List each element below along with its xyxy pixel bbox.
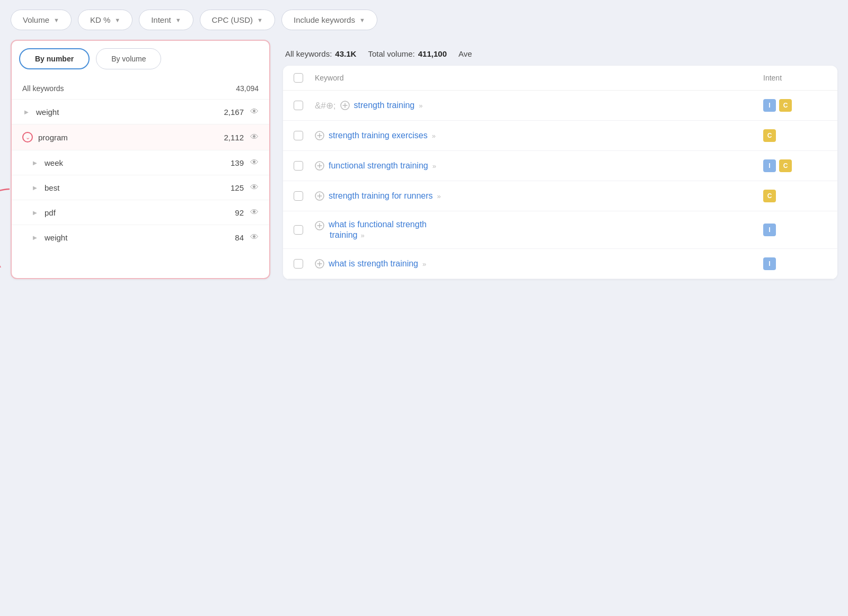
eye-icon[interactable]: 👁 xyxy=(250,233,259,242)
list-item: ► week 139 👁 xyxy=(12,150,269,175)
keyword-count: 92 xyxy=(235,208,244,217)
intent-filter-button[interactable]: Intent ▼ xyxy=(139,10,193,30)
add-keyword-icon[interactable] xyxy=(315,259,324,269)
all-keywords-label: All keywords xyxy=(22,84,64,93)
include-keywords-filter-button[interactable]: Include keywords ▼ xyxy=(281,10,377,30)
total-volume-value: 411,100 xyxy=(418,49,447,58)
expand-icon[interactable]: ► xyxy=(31,234,39,242)
keyword-chevron-icon: » xyxy=(432,162,436,170)
keyword-link[interactable]: strength training for runners xyxy=(329,191,433,201)
chevron-down-icon: ▼ xyxy=(175,17,181,23)
volume-filter-button[interactable]: Volume ▼ xyxy=(11,10,72,30)
table-row: strength training for runners » C xyxy=(283,181,837,211)
expand-icon[interactable]: ► xyxy=(22,108,31,116)
tab-switcher: By number By volume xyxy=(12,41,269,75)
all-keywords-row: All keywords 43,094 xyxy=(12,75,269,99)
keyword-label: weight xyxy=(45,233,67,242)
intent-badge-c: C xyxy=(779,99,792,112)
list-item: ► best 125 👁 xyxy=(12,175,269,200)
keyword-chevron-icon: » xyxy=(360,231,364,239)
list-item: ► weight 84 👁 xyxy=(12,225,269,249)
add-keyword-icon[interactable] xyxy=(340,101,350,110)
keyword-chevron-icon: » xyxy=(432,132,436,140)
keyword-chevron-icon: » xyxy=(422,260,426,268)
right-panel: All keywords: 43.1K Total volume: 411,10… xyxy=(270,40,837,279)
list-item: ► pdf 92 👁 xyxy=(12,200,269,225)
eye-icon[interactable]: 👁 xyxy=(250,208,259,217)
svg-marker-0 xyxy=(0,257,1,267)
kd-filter-label: KD % xyxy=(90,15,110,24)
keyword-count: 139 xyxy=(231,158,244,167)
row-checkbox[interactable] xyxy=(294,131,303,140)
intent-badges: C xyxy=(763,129,827,142)
add-keyword-icon[interactable] xyxy=(315,131,324,140)
keyword-link[interactable]: strength training exercises xyxy=(329,131,428,140)
add-keyword-icon[interactable]: &#⊕; xyxy=(315,100,336,111)
intent-badge-i: I xyxy=(763,99,776,112)
row-checkbox[interactable] xyxy=(294,191,303,201)
intent-badges: I xyxy=(763,224,827,236)
keywords-table: Keyword Intent &#⊕; strength training » xyxy=(283,66,837,279)
ave-label: Ave xyxy=(458,49,472,58)
add-keyword-icon[interactable] xyxy=(315,191,324,201)
keyword-link[interactable]: strength training xyxy=(354,101,415,110)
all-keywords-summary-value: 43.1K xyxy=(335,49,356,58)
intent-column-header: Intent xyxy=(763,74,827,82)
table-row: what is strength training » I xyxy=(283,249,837,279)
collapse-icon[interactable]: ⌄ xyxy=(22,132,33,142)
expand-icon[interactable]: ► xyxy=(31,159,39,167)
intent-badges: C xyxy=(763,190,827,202)
keyword-link[interactable]: what is functional strength xyxy=(329,220,427,229)
chevron-down-icon: ▼ xyxy=(54,17,59,23)
list-item: ► weight 2,167 👁 xyxy=(12,99,269,124)
keyword-count: 84 xyxy=(235,233,244,242)
keyword-link-cont[interactable]: training xyxy=(330,230,357,240)
table-header: Keyword Intent xyxy=(283,66,837,91)
eye-icon[interactable]: 👁 xyxy=(250,107,259,117)
add-keyword-icon[interactable] xyxy=(315,221,324,230)
keyword-chevron-icon: » xyxy=(437,192,441,200)
intent-badge-i: I xyxy=(763,224,776,236)
left-panel: By number By volume All keywords 43,094 … xyxy=(11,40,270,279)
intent-badge-c: C xyxy=(763,190,776,202)
keyword-label: best xyxy=(45,183,59,192)
add-keyword-icon[interactable] xyxy=(315,161,324,171)
header-checkbox-cell xyxy=(294,73,315,83)
keyword-chevron-icon: » xyxy=(419,102,422,110)
cpc-filter-button[interactable]: CPC (USD) ▼ xyxy=(200,10,275,30)
tab-by-volume[interactable]: By volume xyxy=(96,48,161,69)
eye-icon[interactable]: 👁 xyxy=(250,158,259,167)
expand-icon[interactable]: ► xyxy=(31,184,39,192)
keyword-label: weight xyxy=(36,108,59,117)
cpc-filter-label: CPC (USD) xyxy=(212,15,253,24)
table-row: what is functional strength training » I xyxy=(283,211,837,249)
select-all-checkbox[interactable] xyxy=(294,73,303,83)
row-checkbox[interactable] xyxy=(294,225,303,235)
main-layout: By number By volume All keywords 43,094 … xyxy=(0,40,848,290)
expand-icon[interactable]: ► xyxy=(31,209,39,217)
all-keywords-summary-label: All keywords: xyxy=(285,49,332,58)
eye-icon[interactable]: 👁 xyxy=(250,183,259,192)
keyword-link[interactable]: functional strength training xyxy=(329,161,428,171)
keyword-label: week xyxy=(45,158,63,167)
keyword-label: pdf xyxy=(45,208,56,217)
keyword-count: 125 xyxy=(231,183,244,192)
row-checkbox[interactable] xyxy=(294,259,303,269)
intent-badge-c: C xyxy=(779,159,792,172)
tab-by-number[interactable]: By number xyxy=(19,48,90,69)
chevron-down-icon: ▼ xyxy=(114,17,120,23)
kd-filter-button[interactable]: KD % ▼ xyxy=(78,10,132,30)
row-checkbox[interactable] xyxy=(294,161,303,171)
table-row: strength training exercises » C xyxy=(283,121,837,151)
filter-bar: Volume ▼ KD % ▼ Intent ▼ CPC (USD) ▼ Inc… xyxy=(0,0,848,40)
eye-icon[interactable]: 👁 xyxy=(250,132,259,142)
row-checkbox[interactable] xyxy=(294,101,303,110)
keyword-link[interactable]: what is strength training xyxy=(329,259,418,269)
keyword-count: 2,112 xyxy=(224,133,244,142)
intent-badges: I C xyxy=(763,99,827,112)
keyword-count: 2,167 xyxy=(224,108,244,117)
intent-badge-i: I xyxy=(763,159,776,172)
intent-badge-i: I xyxy=(763,257,776,270)
intent-filter-label: Intent xyxy=(151,15,171,24)
keyword-column-header: Keyword xyxy=(315,74,763,82)
